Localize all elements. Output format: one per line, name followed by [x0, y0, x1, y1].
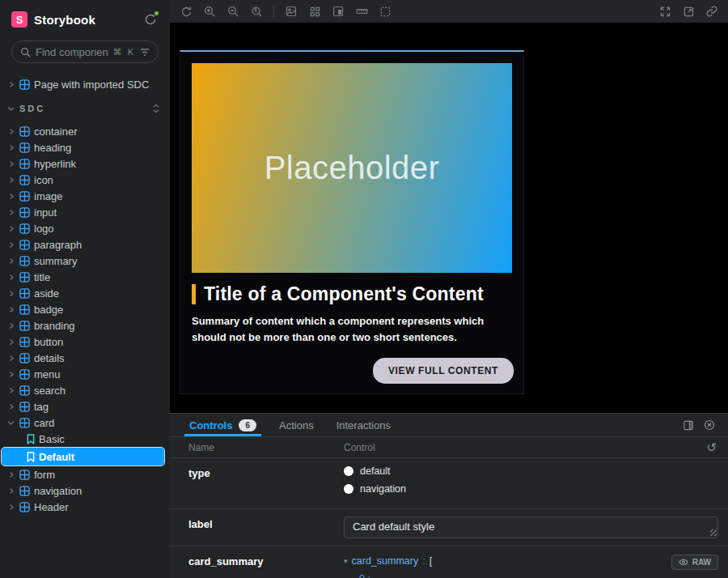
- sidebar-item-form[interactable]: form: [0, 466, 170, 482]
- item-label: paragraph: [34, 239, 82, 251]
- grid-icon[interactable]: [308, 5, 321, 18]
- open-new-tab-icon[interactable]: [682, 5, 695, 18]
- search-input[interactable]: [36, 46, 108, 58]
- outline-icon[interactable]: [379, 5, 392, 18]
- collapse-expand-icon[interactable]: [152, 104, 160, 113]
- view-full-content-button[interactable]: VIEW FULL CONTENT: [373, 358, 514, 384]
- name-column-header: Name: [188, 442, 344, 453]
- chevron-down-icon[interactable]: [6, 419, 15, 426]
- chevron-right-icon[interactable]: [6, 176, 15, 184]
- zoom-in-icon[interactable]: [203, 5, 216, 18]
- chevron-right-icon[interactable]: [6, 387, 15, 394]
- sidebar-item-badge[interactable]: badge: [0, 301, 170, 317]
- measure-icon[interactable]: [355, 5, 368, 18]
- chevron-right-icon[interactable]: [6, 338, 15, 346]
- chevron-right-icon[interactable]: [6, 241, 15, 249]
- json-bracket: [: [430, 555, 432, 567]
- chevron-right-icon[interactable]: [6, 306, 15, 313]
- chevron-right-icon[interactable]: [6, 355, 15, 362]
- sidebar-item-tag[interactable]: tag: [0, 398, 170, 414]
- sidebar-item-header[interactable]: Header: [0, 499, 170, 515]
- raw-toggle-button[interactable]: RAW: [671, 555, 718, 570]
- sidebar-story-basic[interactable]: Basic: [0, 431, 170, 447]
- sidebar-item-logo[interactable]: logo: [0, 220, 170, 236]
- radio-button[interactable]: [344, 484, 353, 494]
- chevron-right-icon[interactable]: [6, 403, 15, 410]
- sidebar-item-card[interactable]: card: [0, 414, 170, 431]
- sidebar-item-input[interactable]: input: [0, 204, 170, 220]
- radio-button[interactable]: [344, 466, 353, 476]
- label-text-input[interactable]: Card default style: [344, 516, 718, 538]
- sidebar-item-icon[interactable]: icon: [0, 172, 170, 188]
- fullscreen-icon[interactable]: [658, 5, 671, 18]
- sidebar-item-button[interactable]: button: [0, 334, 170, 350]
- resize-handle[interactable]: [710, 529, 717, 536]
- storybook-logo[interactable]: S: [11, 11, 28, 28]
- reset-controls-icon[interactable]: ↺: [706, 441, 717, 453]
- chevron-right-icon[interactable]: [6, 209, 15, 216]
- radio-option-default[interactable]: default: [344, 465, 728, 477]
- controls-count-badge: 6: [239, 419, 256, 431]
- chevron-right-icon[interactable]: [6, 504, 15, 511]
- item-label: heading: [34, 142, 71, 154]
- component-icon: [19, 159, 30, 169]
- json-key[interactable]: card_summary: [352, 555, 419, 567]
- sidebar-item-menu[interactable]: menu: [0, 366, 170, 382]
- filter-icon[interactable]: [140, 48, 150, 57]
- panel-position-icon[interactable]: [678, 414, 699, 436]
- json-index[interactable]: 0 :: [359, 573, 728, 578]
- search-box[interactable]: ⌘ K: [11, 40, 159, 63]
- sidebar-item-hyperlink[interactable]: hyperlink: [0, 155, 170, 172]
- sidebar-story-default[interactable]: Default: [2, 448, 164, 465]
- tab-interactions[interactable]: Interactions: [325, 414, 402, 436]
- card-summary-text: Summary of content which a component rep…: [192, 313, 512, 346]
- tab-controls[interactable]: Controls 6: [178, 414, 268, 436]
- reset-zoom-icon[interactable]: [250, 5, 263, 18]
- background-icon[interactable]: [285, 5, 298, 18]
- component-icon: [19, 502, 30, 512]
- chevron-right-icon[interactable]: [6, 371, 15, 378]
- chevron-right-icon[interactable]: [6, 274, 15, 281]
- component-icon: [19, 175, 30, 185]
- component-icon: [19, 207, 30, 218]
- chevron-right-icon[interactable]: [6, 160, 15, 168]
- sidebar-item-navigation[interactable]: navigation: [0, 482, 170, 499]
- sidebar-item-title[interactable]: title: [0, 269, 170, 285]
- chevron-right-icon[interactable]: [6, 290, 15, 297]
- chevron-right-icon[interactable]: [6, 193, 15, 200]
- close-panel-icon[interactable]: [699, 414, 720, 436]
- app-title: Storybook: [34, 13, 144, 27]
- collapse-node-icon[interactable]: ▾: [344, 557, 348, 565]
- chevron-right-icon[interactable]: [6, 81, 15, 88]
- canvas-toolbar: [170, 0, 728, 23]
- chevron-right-icon[interactable]: [6, 322, 15, 329]
- sidebar-item-page-with-imported-sdc[interactable]: Page with imported SDC: [0, 76, 170, 92]
- chevron-down-icon[interactable]: [6, 105, 15, 112]
- chevron-right-icon[interactable]: [6, 257, 15, 265]
- control-row-label: label Card default style: [170, 509, 728, 546]
- control-row-type: type default navigation: [170, 458, 728, 509]
- sidebar-item-aside[interactable]: aside: [0, 285, 170, 301]
- tab-actions[interactable]: Actions: [268, 414, 325, 436]
- zoom-out-icon[interactable]: [226, 5, 239, 18]
- update-status-icon[interactable]: [144, 13, 157, 26]
- sidebar-item-heading[interactable]: heading: [0, 139, 170, 155]
- sidebar-item-details[interactable]: details: [0, 350, 170, 366]
- chevron-right-icon[interactable]: [6, 128, 15, 135]
- sidebar-item-paragraph[interactable]: paragraph: [0, 236, 170, 253]
- sidebar-item-branding[interactable]: branding: [0, 317, 170, 334]
- link-icon[interactable]: [705, 5, 718, 18]
- search-icon: [20, 47, 31, 57]
- sidebar-item-summary[interactable]: summary: [0, 253, 170, 269]
- remount-icon[interactable]: [180, 5, 193, 18]
- viewport-icon[interactable]: [332, 5, 345, 18]
- chevron-right-icon[interactable]: [6, 144, 15, 151]
- chevron-right-icon[interactable]: [6, 487, 15, 495]
- chevron-right-icon[interactable]: [6, 471, 15, 478]
- sidebar-item-container[interactable]: container: [0, 123, 170, 139]
- chevron-right-icon[interactable]: [6, 225, 15, 232]
- radio-option-navigation[interactable]: navigation: [344, 483, 728, 495]
- sidebar-item-search[interactable]: search: [0, 382, 170, 398]
- sidebar-section-sdc[interactable]: SDC: [0, 99, 170, 118]
- sidebar-item-image[interactable]: image: [0, 188, 170, 204]
